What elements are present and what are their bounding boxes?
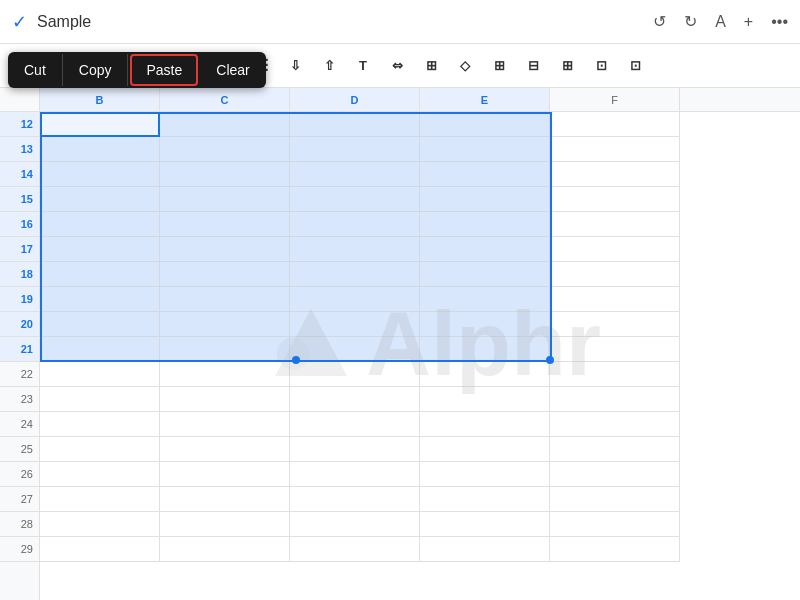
cell-c17[interactable] (160, 237, 290, 262)
cell-b27[interactable] (40, 487, 160, 512)
cell-c25[interactable] (160, 437, 290, 462)
cell-b20[interactable] (40, 312, 160, 337)
row-num-26[interactable]: 26 (0, 462, 39, 487)
insert-row-button[interactable]: ⊞ (552, 51, 582, 81)
cell-b19[interactable] (40, 287, 160, 312)
cell-e23[interactable] (420, 387, 550, 412)
cell-d24[interactable] (290, 412, 420, 437)
cell-d20[interactable] (290, 312, 420, 337)
cell-e15[interactable] (420, 187, 550, 212)
cell-c19[interactable] (160, 287, 290, 312)
cell-c27[interactable] (160, 487, 290, 512)
cell-c23[interactable] (160, 387, 290, 412)
cell-b24[interactable] (40, 412, 160, 437)
cell-d19[interactable] (290, 287, 420, 312)
cell-f20[interactable] (550, 312, 680, 337)
cell-b18[interactable] (40, 262, 160, 287)
cell-f23[interactable] (550, 387, 680, 412)
cell-c21[interactable] (160, 337, 290, 362)
cell-e20[interactable] (420, 312, 550, 337)
cell-d17[interactable] (290, 237, 420, 262)
cell-b17[interactable] (40, 237, 160, 262)
clear-button[interactable]: Clear (200, 54, 265, 86)
cell-d13[interactable] (290, 137, 420, 162)
cell-c28[interactable] (160, 512, 290, 537)
cell-d26[interactable] (290, 462, 420, 487)
cell-f28[interactable] (550, 512, 680, 537)
cell-d12[interactable] (290, 112, 420, 137)
cell-d22[interactable] (290, 362, 420, 387)
cell-e19[interactable] (420, 287, 550, 312)
cell-e25[interactable] (420, 437, 550, 462)
col-header-c[interactable]: C (160, 88, 290, 111)
cell-c24[interactable] (160, 412, 290, 437)
cell-e27[interactable] (420, 487, 550, 512)
cell-b14[interactable] (40, 162, 160, 187)
cell-c18[interactable] (160, 262, 290, 287)
row-num-22[interactable]: 22 (0, 362, 39, 387)
cell-d27[interactable] (290, 487, 420, 512)
cell-d21[interactable] (290, 337, 420, 362)
cell-b13[interactable] (40, 137, 160, 162)
check-icon[interactable]: ✓ (12, 11, 27, 33)
cell-c13[interactable] (160, 137, 290, 162)
extra-button[interactable]: ⊡ (620, 51, 650, 81)
cell-d14[interactable] (290, 162, 420, 187)
cell-e18[interactable] (420, 262, 550, 287)
row-num-23[interactable]: 23 (0, 387, 39, 412)
cell-f29[interactable] (550, 537, 680, 562)
cell-b12[interactable] (40, 112, 160, 137)
merge-button[interactable]: ⊞ (416, 51, 446, 81)
col-header-f[interactable]: F (550, 88, 680, 111)
more-fmt-button[interactable]: ⊡ (586, 51, 616, 81)
cell-c12[interactable] (160, 112, 290, 137)
cell-e22[interactable] (420, 362, 550, 387)
cell-e13[interactable] (420, 137, 550, 162)
cell-b15[interactable] (40, 187, 160, 212)
row-num-15[interactable]: 15 (0, 187, 39, 212)
cell-f21[interactable] (550, 337, 680, 362)
row-num-19[interactable]: 19 (0, 287, 39, 312)
cell-e16[interactable] (420, 212, 550, 237)
cell-e24[interactable] (420, 412, 550, 437)
cell-d29[interactable] (290, 537, 420, 562)
cell-f14[interactable] (550, 162, 680, 187)
cell-f25[interactable] (550, 437, 680, 462)
col-header-e[interactable]: E (420, 88, 550, 111)
cell-d18[interactable] (290, 262, 420, 287)
cell-d15[interactable] (290, 187, 420, 212)
cell-e29[interactable] (420, 537, 550, 562)
row-num-21[interactable]: 21 (0, 337, 39, 362)
cell-b25[interactable] (40, 437, 160, 462)
cell-c29[interactable] (160, 537, 290, 562)
border-button[interactable]: ⊞ (484, 51, 514, 81)
text-t-button[interactable]: T (348, 51, 378, 81)
redo-icon[interactable]: ↻ (684, 12, 697, 31)
cell-e26[interactable] (420, 462, 550, 487)
col-header-b[interactable]: B (40, 88, 160, 111)
cell-f26[interactable] (550, 462, 680, 487)
copy-button[interactable]: Copy (63, 54, 129, 86)
row-num-16[interactable]: 16 (0, 212, 39, 237)
insert-col-button[interactable]: ⊟ (518, 51, 548, 81)
indent-down-button[interactable]: ⇩ (280, 51, 310, 81)
cell-d28[interactable] (290, 512, 420, 537)
row-num-14[interactable]: 14 (0, 162, 39, 187)
cell-c14[interactable] (160, 162, 290, 187)
cell-f17[interactable] (550, 237, 680, 262)
cell-c22[interactable] (160, 362, 290, 387)
col-header-d[interactable]: D (290, 88, 420, 111)
row-num-25[interactable]: 25 (0, 437, 39, 462)
row-num-12[interactable]: 12 (0, 112, 39, 137)
indent-up-button[interactable]: ⇧ (314, 51, 344, 81)
cell-f13[interactable] (550, 137, 680, 162)
cell-e17[interactable] (420, 237, 550, 262)
row-num-20[interactable]: 20 (0, 312, 39, 337)
undo-icon[interactable]: ↺ (653, 12, 666, 31)
cell-b29[interactable] (40, 537, 160, 562)
cell-b28[interactable] (40, 512, 160, 537)
cell-f24[interactable] (550, 412, 680, 437)
row-num-28[interactable]: 28 (0, 512, 39, 537)
row-num-18[interactable]: 18 (0, 262, 39, 287)
cell-c20[interactable] (160, 312, 290, 337)
